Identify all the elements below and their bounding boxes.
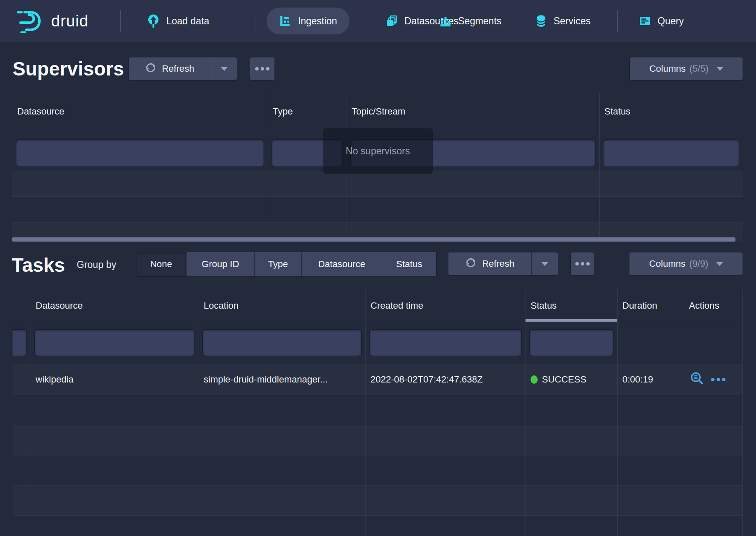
tasks-refresh-button[interactable]: Refresh — [448, 252, 558, 275]
tasks-more-button[interactable] — [571, 252, 594, 275]
more-icon — [575, 262, 590, 265]
supervisors-more-button[interactable] — [250, 57, 274, 80]
supervisors-datasource-filter-input[interactable] — [16, 140, 264, 167]
druid-brand[interactable]: druid — [16, 0, 89, 42]
nav-item-load-data[interactable]: Load data — [147, 0, 209, 42]
tasks-header-created-time[interactable]: Created time — [365, 300, 526, 311]
nav-label: Load data — [166, 16, 209, 27]
nav-item-query[interactable]: Query — [639, 0, 684, 42]
column-divider — [199, 289, 199, 536]
horizontal-scrollbar-thumb[interactable] — [12, 237, 735, 242]
chevron-down-icon — [221, 67, 228, 71]
tasks-datasource-filter-input[interactable] — [35, 330, 194, 356]
tasks-location-filter-input[interactable] — [203, 330, 361, 356]
supervisors-columns-button[interactable]: Columns (5/5) — [630, 57, 743, 80]
column-divider — [617, 289, 618, 536]
tasks-table: Datasource Location Created time Status … — [13, 289, 743, 536]
ingestion-icon — [279, 15, 292, 27]
supervisors-header-type[interactable]: Type — [268, 106, 347, 117]
table-row — [13, 425, 743, 455]
tasks-status-filter-input[interactable] — [530, 330, 613, 356]
supervisors-header-status[interactable]: Status — [599, 106, 743, 117]
nav-label: Query — [658, 16, 684, 27]
column-divider — [684, 289, 684, 536]
group-by-label: Group by — [77, 259, 117, 271]
group-by-group-id-button[interactable]: Group ID — [186, 252, 255, 276]
chevron-down-icon — [716, 262, 723, 266]
refresh-icon — [145, 62, 156, 76]
group-by-status-button[interactable]: Status — [382, 252, 436, 276]
status-text: SUCCESS — [542, 374, 586, 385]
nav-item-services[interactable]: Services — [535, 0, 590, 42]
task-row-wikipedia[interactable]: wikipedia simple-druid-middlemanager... … — [13, 364, 743, 395]
columns-count: (5/5) — [689, 63, 708, 74]
column-divider — [526, 289, 526, 536]
table-row — [12, 171, 743, 197]
more-icon — [255, 67, 269, 70]
supervisors-header-topic-stream[interactable]: Topic/Stream — [347, 106, 599, 117]
nav-label: Services — [554, 16, 590, 27]
group-by-none-button[interactable]: None — [136, 252, 186, 276]
task-datasource-cell: wikipedia — [31, 374, 199, 385]
nav-divider — [617, 10, 618, 32]
column-divider — [31, 289, 31, 536]
nav-label: Segments — [458, 16, 502, 27]
refresh-label: Refresh — [482, 258, 514, 269]
group-by-datasource-button[interactable]: Datasource — [302, 252, 382, 276]
tasks-title: Tasks — [12, 255, 65, 275]
table-row — [12, 197, 743, 223]
tasks-hidden-column-filter-input[interactable] — [13, 330, 26, 356]
top-nav-bar: druid Load data Ingestion — [0, 0, 756, 42]
segments-icon — [439, 15, 452, 27]
services-icon — [535, 14, 547, 28]
supervisors-refresh-caret-button[interactable] — [211, 57, 237, 80]
task-created-time-cell: 2022-08-02T07:42:47.638Z — [365, 374, 526, 385]
tasks-refresh-caret-button[interactable] — [532, 252, 558, 275]
column-divider — [742, 289, 743, 536]
task-duration-cell: 0:00:19 — [617, 374, 684, 385]
group-by-type-button[interactable]: Type — [255, 252, 302, 276]
supervisors-refresh-button[interactable]: Refresh — [129, 57, 237, 80]
task-location-cell: simple-druid-middlemanager... — [199, 374, 365, 385]
task-actions-cell — [684, 371, 743, 388]
chevron-down-icon — [541, 262, 548, 266]
table-row — [13, 395, 743, 425]
tasks-header-datasource[interactable]: Datasource — [31, 300, 199, 311]
horizontal-scrollbar — [12, 237, 743, 242]
supervisors-title: Supervisors — [13, 59, 124, 78]
tasks-header-location[interactable]: Location — [199, 300, 365, 311]
chevron-down-icon — [717, 67, 723, 71]
empty-message: No supervisors — [346, 146, 410, 157]
tasks-header-status-sorted[interactable]: Status — [526, 289, 617, 322]
supervisors-header-datasource[interactable]: Datasource — [12, 106, 268, 117]
tasks-created-time-filter-input[interactable] — [370, 330, 521, 356]
tasks-columns-button[interactable]: Columns (9/9) — [629, 252, 743, 275]
query-icon — [639, 15, 651, 27]
brand-word: druid — [51, 12, 89, 30]
refresh-icon — [465, 257, 476, 271]
upload-icon — [147, 14, 160, 28]
columns-count: (9/9) — [689, 258, 708, 269]
nav-divider — [254, 10, 254, 32]
supervisors-empty-state: No supervisors — [323, 128, 433, 174]
status-success-dot-icon — [531, 375, 538, 384]
tasks-header-duration[interactable]: Duration — [617, 300, 684, 311]
task-status-cell: SUCCESS — [526, 374, 617, 385]
column-divider — [365, 289, 366, 536]
columns-label: Columns — [649, 258, 686, 269]
tasks-header-actions[interactable]: Actions — [684, 300, 743, 311]
refresh-label: Refresh — [162, 63, 194, 74]
table-row — [13, 516, 743, 536]
nav-label: Ingestion — [298, 16, 337, 27]
task-more-actions-icon[interactable] — [711, 378, 725, 381]
nav-item-ingestion[interactable]: Ingestion — [267, 8, 350, 34]
nav-divider — [120, 10, 121, 32]
supervisors-status-filter-input[interactable] — [603, 140, 739, 167]
table-row — [13, 455, 743, 486]
druid-logo-icon — [16, 9, 44, 33]
group-by-segmented-control: None Group ID Type Datasource Status — [136, 252, 436, 276]
table-row — [13, 486, 743, 516]
table-row — [12, 223, 743, 238]
nav-item-segments[interactable]: Segments — [439, 0, 502, 42]
view-logs-magnifier-icon[interactable] — [690, 371, 704, 388]
